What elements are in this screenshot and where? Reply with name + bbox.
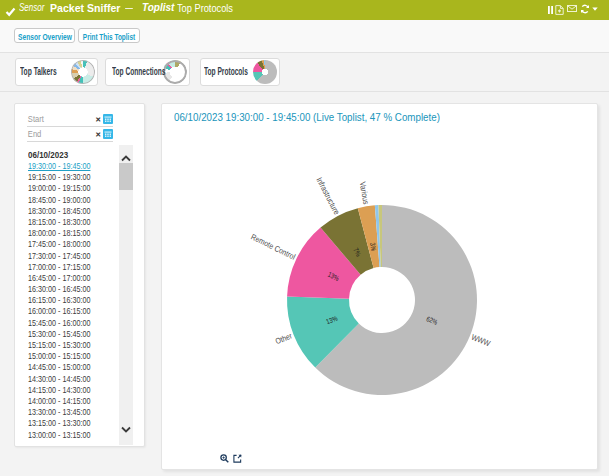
sensor-label: Sensor [19, 0, 44, 16]
chevron-down-icon[interactable] [120, 420, 132, 438]
interval-item[interactable]: 17:00:00 - 17:15:00 [28, 262, 110, 273]
tab-label: Top Protocols [204, 59, 248, 85]
interval-item[interactable]: 18:45:00 - 19:00:00 [28, 195, 110, 206]
timerange-panel: Start ✕ End ✕ 06/10/2023 19:30:00 - 19:4… [14, 103, 145, 447]
end-placeholder: End [27, 129, 84, 139]
tab-top-talkers[interactable]: Top Talkers [15, 58, 98, 86]
tab-label: Top Connections [112, 59, 165, 85]
action-bar: Sensor Overview Print This Toplist [0, 20, 609, 53]
interval-item[interactable]: 14:45:00 - 15:00:00 [28, 362, 110, 373]
top-connections-mini-pie-icon [163, 60, 187, 84]
interval-item[interactable]: 16:45:00 - 17:00:00 [28, 273, 110, 284]
print-toplist-button[interactable]: Print This Toplist [78, 28, 140, 43]
protocols-donut-chart: WWW62%Other13%Remote Control13%Infrastru… [162, 104, 599, 471]
slice-name-label: Other [274, 331, 294, 346]
interval-item[interactable]: 19:00:00 - 19:15:00 [28, 183, 110, 194]
email-icon[interactable] [567, 5, 577, 12]
status-ok-check-icon [5, 3, 16, 21]
interval-item[interactable]: 14:30:00 - 14:45:00 [28, 374, 110, 385]
zoom-icon[interactable] [220, 454, 229, 463]
interval-date-header: 06/10/2023 [28, 149, 119, 161]
interval-list: 06/10/2023 19:30:00 - 19:45:0019:15:00 -… [28, 149, 130, 441]
interval-item[interactable]: 15:45:00 - 16:00:00 [28, 318, 110, 329]
start-placeholder: Start [27, 114, 84, 124]
scrollbar-thumb[interactable] [119, 163, 133, 190]
toplist-tabs: Top Talkers Top Connections Top Protocol… [0, 53, 609, 92]
interval-item[interactable]: 16:30:00 - 16:45:00 [28, 284, 110, 295]
interval-item[interactable]: 18:00:00 - 18:15:00 [28, 228, 110, 239]
sensor-overview-button[interactable]: Sensor Overview [14, 28, 75, 43]
clear-start-icon[interactable]: ✕ [95, 116, 101, 123]
toplist-card: 06/10/2023 19:30:00 - 19:45:00 (Live Top… [161, 103, 598, 470]
start-date-field[interactable]: Start ✕ [27, 112, 113, 127]
interval-item[interactable]: 19:30:00 - 19:45:00 [28, 161, 110, 172]
interval-item[interactable]: 16:00:00 - 16:15:00 [28, 306, 110, 317]
interval-item[interactable]: 17:30:00 - 17:45:00 [28, 251, 110, 262]
tab-top-connections[interactable]: Top Connections [105, 58, 190, 86]
top-talkers-mini-pie-icon [71, 60, 95, 84]
interval-item[interactable]: 17:45:00 - 18:00:00 [28, 239, 110, 250]
slice-name-label: Remote Control [249, 232, 296, 261]
interval-item[interactable]: 16:15:00 - 16:30:00 [28, 295, 110, 306]
open-new-window-icon[interactable] [233, 454, 242, 463]
calendar-icon[interactable] [103, 129, 113, 139]
interval-item[interactable]: 14:00:00 - 14:15:00 [28, 396, 110, 407]
top-protocols-mini-pie-icon [253, 60, 277, 84]
interval-item[interactable]: 13:00:00 - 13:15:00 [28, 430, 110, 441]
interval-item[interactable]: 15:00:00 - 15:15:00 [28, 351, 110, 362]
calendar-icon[interactable] [103, 114, 113, 124]
interval-item[interactable]: 15:30:00 - 15:45:00 [28, 329, 110, 340]
breadcrumb-separator: — [125, 0, 133, 16]
interval-item[interactable]: 18:15:00 - 18:30:00 [28, 217, 110, 228]
slice-name-label: Infrastructure [314, 176, 341, 216]
interval-list-scrollbar[interactable] [119, 145, 133, 445]
caret-down-icon[interactable] [592, 7, 598, 11]
sensor-header-bar: Sensor Packet Sniffer — Toplist Top Prot… [0, 0, 609, 20]
refresh-icon[interactable] [580, 4, 590, 14]
interval-item[interactable]: 13:30:00 - 13:45:00 [28, 407, 110, 418]
tab-label: Top Talkers [20, 59, 57, 85]
report-icon[interactable] [555, 5, 564, 15]
pause-icon[interactable] [548, 6, 553, 14]
interval-item[interactable]: 18:30:00 - 18:45:00 [28, 206, 110, 217]
interval-item[interactable]: 15:15:00 - 15:30:00 [28, 340, 110, 351]
end-date-field[interactable]: End ✕ [27, 127, 113, 142]
interval-item[interactable]: 19:15:00 - 19:30:00 [28, 172, 110, 183]
toplist-label: Toplist [142, 0, 174, 16]
slice-name-label: Various [358, 181, 371, 205]
sensor-name[interactable]: Packet Sniffer [50, 0, 120, 16]
toplist-name: Top Protocols [177, 0, 233, 16]
tab-top-protocols[interactable]: Top Protocols [200, 58, 281, 86]
slice-name-label: WWW [470, 333, 492, 349]
interval-item[interactable]: 14:15:00 - 14:30:00 [28, 385, 110, 396]
interval-item[interactable]: 13:15:00 - 13:30:00 [28, 418, 110, 429]
clear-end-icon[interactable]: ✕ [95, 131, 101, 138]
